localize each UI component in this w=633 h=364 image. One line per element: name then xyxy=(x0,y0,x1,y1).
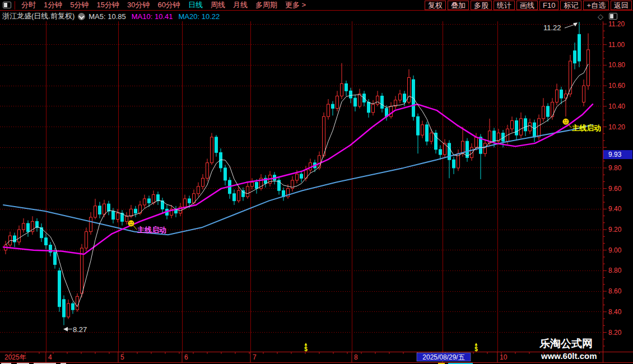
period-item-4[interactable]: 15分钟 xyxy=(92,0,123,10)
stock-title: 浙江龙盛(日线.前复权) xyxy=(2,11,75,21)
period-menu: 分时1分钟5分钟15分钟30分钟60分钟日线周线月线多周期更多 > xyxy=(17,0,310,10)
tool-button-9[interactable]: 返回 xyxy=(611,1,632,10)
diamond-icon[interactable]: ◇ xyxy=(598,12,603,21)
month-label: 8 xyxy=(354,353,358,361)
candles xyxy=(4,22,590,325)
month-label: 5 xyxy=(120,353,124,361)
ma-label-3: MA20: 10.22 xyxy=(179,12,220,21)
watermark: 乐淘公式网www.60lt.com xyxy=(539,338,597,361)
price-axis-label: 8.40 xyxy=(608,308,622,316)
candlestick-chart[interactable]: 11.228.27主线启动主线启动$$11.2011.0010.8010.601… xyxy=(0,21,633,364)
price-axis-label: 9.20 xyxy=(608,226,622,234)
signal-text-1: 主线启动 xyxy=(137,226,166,234)
period-item-10[interactable]: 多周期 xyxy=(252,0,281,10)
signal-text-2: 主线启动 xyxy=(572,124,601,132)
ma-label-2: MA10: 10.41 xyxy=(132,12,173,21)
price-axis-label: 8.60 xyxy=(608,287,622,295)
ma-label-1: MA5: 10.85 xyxy=(89,12,126,21)
watermark-line2: www.60lt.com xyxy=(541,351,597,361)
period-item-2[interactable]: 1分钟 xyxy=(40,0,66,10)
tool-buttons: 复权叠加多股统计画线F10标记+自选返回 xyxy=(423,1,633,10)
axes: 11.2011.0010.8010.6010.4010.209.809.609.… xyxy=(0,21,633,364)
month-label: 10 xyxy=(500,353,508,361)
svg-text:$: $ xyxy=(474,346,478,352)
titlebar: 浙江龙盛(日线.前复权) MA5: 10.85MA10: 10.41MA20: … xyxy=(0,11,633,21)
price-axis-label: 8.20 xyxy=(608,329,622,337)
year-label: 2025年 xyxy=(4,353,26,361)
menu-separator xyxy=(15,1,15,10)
chart-area: 11.228.27主线启动主线启动$$11.2011.0010.8010.601… xyxy=(0,21,633,364)
price-axis-label: 9.60 xyxy=(608,185,622,193)
period-item-7[interactable]: 日线 xyxy=(184,0,207,10)
period-item-3[interactable]: 5分钟 xyxy=(66,0,92,10)
chevron-down-icon[interactable] xyxy=(78,13,85,20)
price-axis-label: 10.80 xyxy=(608,61,625,69)
tool-button-3[interactable]: 多股 xyxy=(471,1,492,10)
dividend-marker: $ xyxy=(474,343,478,352)
price-axis-label: 9.00 xyxy=(608,246,622,254)
period-item-11[interactable]: 更多 > xyxy=(281,0,310,10)
price-axis-label: 10.60 xyxy=(608,82,625,90)
period-item-6[interactable]: 60分钟 xyxy=(153,0,184,10)
ma5-line xyxy=(6,64,588,307)
stock-chart-app: { "menubar": { "left_items": [ {"label":… xyxy=(0,0,633,364)
period-item-8[interactable]: 周线 xyxy=(207,0,229,10)
tool-button-2[interactable]: 叠加 xyxy=(448,1,469,10)
selected-date-label: 2025/08/29/五 xyxy=(422,353,464,361)
tool-button-6[interactable]: F10 xyxy=(539,1,558,10)
high-price-annotation: 11.22 xyxy=(543,24,561,32)
dividend-marker: $ xyxy=(304,343,308,352)
svg-text:$: $ xyxy=(304,346,308,352)
selected-price-label: 9.93 xyxy=(608,151,622,158)
price-axis-label: 10.40 xyxy=(608,102,625,110)
watermark-line1: 乐淘公式网 xyxy=(539,338,593,349)
price-axis-label: 9.80 xyxy=(608,164,622,172)
price-axis-label: 11.20 xyxy=(608,21,625,28)
tool-button-7[interactable]: 标记 xyxy=(560,1,581,10)
month-gridlines xyxy=(46,21,497,352)
price-axis-label: 9.40 xyxy=(608,205,622,213)
period-item-9[interactable]: 月线 xyxy=(229,0,252,10)
tool-button-5[interactable]: 画线 xyxy=(516,1,538,10)
panel-toggle-icon[interactable] xyxy=(609,13,617,20)
signal-smiley-icon xyxy=(128,220,137,230)
title-icons: ◇ xyxy=(598,12,617,21)
window-layout-icon[interactable] xyxy=(3,2,11,8)
ma-legend: MA5: 10.85MA10: 10.41MA20: 10.22 xyxy=(89,11,225,21)
month-label: 7 xyxy=(253,353,257,361)
ma-lines xyxy=(3,64,593,307)
price-axis-label: 8.80 xyxy=(608,267,622,274)
tool-button-4[interactable]: 统计 xyxy=(494,1,515,10)
price-axis-label: 11.00 xyxy=(608,41,625,49)
period-item-5[interactable]: 30分钟 xyxy=(123,0,153,10)
month-label: 4 xyxy=(48,353,52,361)
tool-button-8[interactable]: +自选 xyxy=(583,1,609,10)
price-axis-label: 10.20 xyxy=(608,123,625,131)
annotations: 11.228.27主线启动主线启动$$ xyxy=(63,22,601,352)
menubar: 分时1分钟5分钟15分钟30分钟60分钟日线周线月线多周期更多 > 复权叠加多股… xyxy=(0,0,633,11)
month-label: 6 xyxy=(184,353,188,361)
tool-button-1[interactable]: 复权 xyxy=(425,1,446,10)
period-item-1[interactable]: 分时 xyxy=(17,0,40,10)
low-price-annotation: 8.27 xyxy=(73,325,87,334)
